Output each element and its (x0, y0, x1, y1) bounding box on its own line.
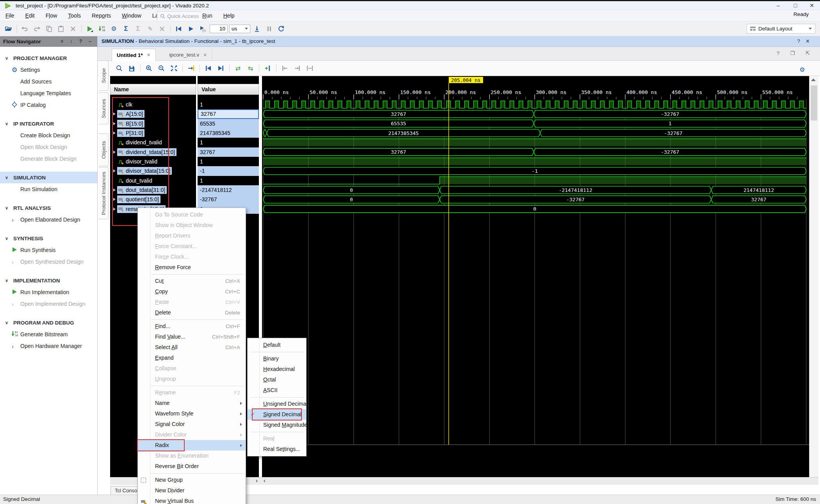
vertical-scrollbar[interactable] (809, 76, 818, 477)
sigma-icon[interactable]: Σ (121, 24, 131, 34)
chevron-expanded-icon[interactable]: ∨ (0, 121, 13, 126)
chevron-right-icon[interactable]: › (12, 343, 14, 350)
signal-row-divisor-tdata-15-0[interactable]: divisor_tdata[15:0] (110, 166, 196, 176)
flow-section-title-rtl-analysis[interactable]: ∨RTL ANALYSIS (0, 202, 97, 214)
signal-row-a-15-0[interactable]: A[15:0] (110, 109, 196, 119)
step-icon[interactable] (252, 24, 262, 34)
chevron-right-icon[interactable]: › (12, 301, 14, 307)
chevron-right-icon[interactable]: › (12, 217, 14, 223)
signal-value-b-15-0[interactable]: 65535 (198, 119, 259, 128)
signal-value-divisor-tvalid[interactable]: 1 (198, 157, 259, 166)
restart-icon[interactable] (173, 24, 184, 34)
waveform-canvas[interactable]: 0.000 ns50.000 ns100.000 ns150.000 ns200… (262, 76, 809, 477)
scroll-right-icon[interactable]: › (256, 477, 258, 484)
help-icon[interactable]: ? (797, 38, 806, 44)
prev-edge-icon[interactable] (203, 63, 214, 73)
wave-settings-gear-icon[interactable]: ⚙ (797, 64, 808, 75)
menu-flow[interactable]: Flow (40, 10, 63, 21)
chevron-expanded-icon[interactable]: ∨ (0, 320, 13, 325)
expander-icon[interactable] (113, 208, 116, 211)
tab-tcl-console[interactable]: Tcl Console (111, 486, 141, 495)
flow-navigator-header-icons[interactable]: ≡ ↕ ? – (61, 36, 94, 47)
zoom-fit-icon[interactable] (169, 63, 179, 73)
flow-item-run-simulation[interactable]: Run Simulation (0, 183, 97, 195)
expander-icon[interactable] (113, 188, 116, 192)
menu-item-reverse-bit-order[interactable]: Reverse Bit Order (138, 461, 246, 472)
value-column-header[interactable]: Value (198, 84, 259, 95)
flow-item-run-synthesis[interactable]: Run Synthesis (0, 244, 97, 256)
expander-icon[interactable] (113, 131, 116, 135)
menu-item-new-divider[interactable]: New Divider (138, 485, 246, 496)
menu-item-new-virtual-bus[interactable]: New Virtual Bus (138, 496, 246, 504)
menu-reports[interactable]: Reports (86, 10, 116, 21)
menu-item-find-value[interactable]: Find Value...Ctrl+Shift+F (138, 332, 246, 342)
menu-item-ascii[interactable]: ASCII (248, 385, 306, 396)
signal-row-dividend-tdata-15-0[interactable]: dividend_tdata[15:0] (110, 147, 196, 157)
tab-strip-corner-icons[interactable]: ? ❐ ⇱ (777, 50, 815, 56)
layout-selector[interactable]: Default Layout (747, 24, 815, 34)
menu-item-delete[interactable]: DeleteDelete (138, 307, 246, 318)
menu-item-signed-decimal[interactable]: ✔Signed Decimal (248, 409, 306, 420)
menu-item-expand[interactable]: Expand (138, 353, 246, 363)
menu-item-default[interactable]: Default (248, 340, 306, 350)
chevron-expanded-icon[interactable]: ∨ (0, 278, 13, 283)
expander-icon[interactable] (113, 169, 116, 172)
maximize-button[interactable]: □ (787, 1, 804, 10)
signal-row-divisor-tvalid[interactable]: divisor_tvalid (110, 157, 196, 166)
signal-value-dout-tdata-31-0[interactable]: -2147418112 (198, 185, 259, 195)
menu-item-select-all[interactable]: Select AllCtrl+A (138, 342, 246, 353)
flow-section-title-synthesis[interactable]: ∨SYNTHESIS (0, 232, 97, 244)
signal-value-clk[interactable]: 1 (198, 100, 259, 109)
menu-help[interactable]: Help (218, 10, 240, 21)
chevron-expanded-icon[interactable]: ∨ (0, 206, 13, 211)
expander-icon[interactable] (113, 151, 116, 154)
flow-item-ip-catalog[interactable]: IP Catalog (0, 99, 97, 111)
signal-value-dividend-tvalid[interactable]: 1 (198, 138, 259, 147)
menu-item-binary[interactable]: Binary (248, 353, 306, 364)
menu-item-radix[interactable]: Radix (138, 440, 246, 451)
signal-value-divisor-tdata-15-0[interactable]: -1 (198, 166, 259, 176)
signal-row-dout-tvalid[interactable]: dout_tvalid (110, 176, 196, 185)
signal-row-b-15-0[interactable]: B[15:0] (110, 119, 196, 128)
add-marker-icon[interactable] (262, 63, 273, 73)
tab-close-icon[interactable]: ✕ (147, 52, 151, 58)
search-icon[interactable] (114, 63, 125, 73)
waveform-area[interactable]: 0.000 ns50.000 ns100.000 ns150.000 ns200… (262, 76, 809, 477)
zoom-cursor-icon[interactable] (186, 63, 196, 73)
expander-icon[interactable] (113, 112, 116, 115)
signal-row-clk[interactable]: clk (110, 100, 196, 109)
tab-close-icon[interactable]: ✕ (203, 52, 207, 58)
flow-item-run-implementation[interactable]: Run Implementation (0, 286, 97, 298)
signal-value-dout-tvalid[interactable]: 1 (198, 176, 259, 185)
menu-item-octal[interactable]: Octal (248, 374, 306, 385)
chevron-right-icon[interactable]: › (12, 259, 14, 265)
menu-item-real-settings[interactable]: Real Settings... (248, 444, 306, 454)
zoom-out-icon[interactable] (156, 63, 167, 73)
flow-item-open-hardware-manager[interactable]: ›Open Hardware Manager (0, 340, 97, 352)
flow-section-title-ip-integrator[interactable]: ∨IP INTEGRATOR (0, 118, 97, 130)
flow-section-title-program-and-debug[interactable]: ∨PROGRAM AND DEBUG (0, 317, 97, 328)
flow-item-settings[interactable]: ⚙Settings (0, 64, 97, 76)
swap-left-icon[interactable]: ⇄ (233, 63, 243, 73)
chevron-expanded-icon[interactable]: ∨ (0, 56, 13, 61)
close-button[interactable]: ✕ (804, 1, 820, 10)
swap-right-icon[interactable]: ⇆ (245, 63, 256, 73)
next-edge-icon[interactable] (216, 63, 226, 73)
close-icon[interactable]: ✕ (806, 38, 815, 44)
flow-item-create-block-design[interactable]: Create Block Design (0, 130, 97, 141)
menu-item-name[interactable]: Name (138, 398, 246, 408)
side-tab-sources[interactable]: Sources (99, 92, 109, 124)
signal-row-dout-tdata-31-0[interactable]: dout_tdata[31:0] (110, 185, 196, 195)
chevron-expanded-icon[interactable]: ∨ (0, 175, 13, 180)
signal-value-quotient-15-0[interactable]: -32767 (198, 195, 259, 204)
flow-section-title-project-manager[interactable]: ∨PROJECT MANAGER (0, 52, 97, 64)
run-all-icon[interactable] (185, 24, 196, 34)
signal-value-a-15-0[interactable]: 32767 (198, 109, 259, 119)
quick-access-search[interactable]: Quick Access (157, 11, 201, 20)
tab-untitled-1[interactable]: Untitled 1*✕ (112, 49, 156, 61)
zoom-in-icon[interactable] (144, 63, 154, 73)
flow-item-language-templates[interactable]: Language Templates (0, 87, 97, 99)
menu-tools[interactable]: Tools (62, 10, 86, 21)
signal-row-quotient-15-0[interactable]: quotient[15:0] (110, 195, 196, 204)
side-tab-objects[interactable]: Objects (99, 133, 109, 166)
